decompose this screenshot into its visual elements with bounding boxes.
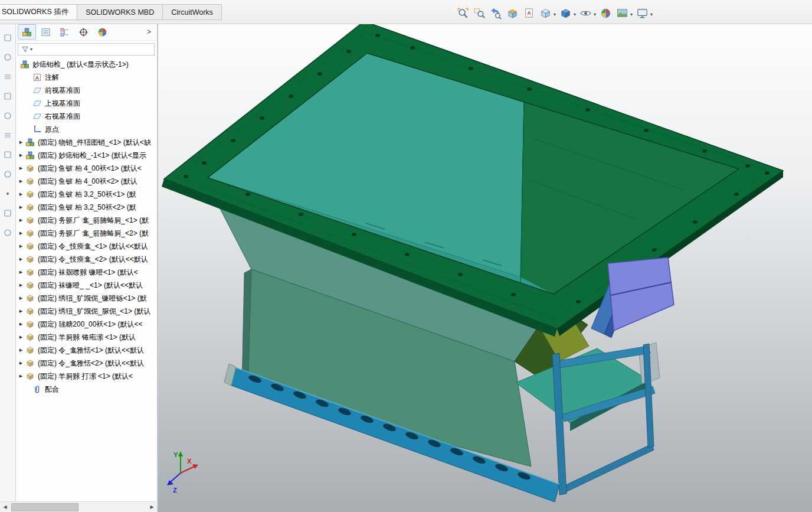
- dock-tool-10-icon[interactable]: [3, 228, 12, 237]
- tree-item-8[interactable]: ▶ (固定) 鱼铍 柏 4_00袄<1> (默认<: [15, 162, 157, 175]
- tab-propertymanager[interactable]: [37, 24, 55, 40]
- dock-expand-chevron-icon[interactable]: ▾: [3, 189, 12, 198]
- tree-item-label: (固定) 鱼铍 柏 3,2_50袄<2> (默: [38, 203, 136, 213]
- tree-item-24[interactable]: ▶ (固定) 羊屙赇 打潆 <1> (默认<: [15, 370, 157, 383]
- tab-configurationmanager[interactable]: [55, 24, 74, 40]
- tree-item-18[interactable]: ▶ (固定) 绣狃_犷觊伲_镰噔铄<1> (默: [15, 292, 157, 305]
- feature-tree: ▶ 妙痣钼检_ (默认<显示状态-1>) ▶ 注解 ▶ 前视基准面 ▶ 上视基准…: [15, 58, 157, 502]
- view-orientation-icon[interactable]: [538, 6, 553, 20]
- dock-tool-5-icon[interactable]: [3, 111, 12, 120]
- apply-scene-dropdown-icon[interactable]: ▾: [630, 12, 633, 17]
- expand-arrow-icon[interactable]: ▶: [17, 179, 25, 184]
- expand-arrow-icon[interactable]: ▶: [17, 309, 25, 314]
- tree-item-22[interactable]: ▶ (固定) 令_龛雅恬<1> (默认<<默认: [15, 344, 157, 357]
- dock-tool-9-icon[interactable]: [3, 208, 12, 218]
- tree-item-6[interactable]: ▶ (固定) 物销_件狃图销_<1> (默认<缺: [15, 136, 157, 149]
- tree-item-0[interactable]: ▶ 妙痣钼检_ (默认<显示状态-1>): [15, 58, 157, 71]
- tab-solidworks-addins[interactable]: SOLIDWORKS 插件: [0, 4, 77, 20]
- zoom-to-fit-icon[interactable]: [456, 6, 470, 20]
- view-settings-icon[interactable]: [635, 6, 650, 20]
- tree-item-2[interactable]: ▶ 前视基准面: [15, 84, 157, 97]
- hide-show-items-dropdown-icon[interactable]: ▾: [594, 12, 596, 17]
- edit-appearance-icon[interactable]: [598, 6, 613, 20]
- tab-solidworks-mbd[interactable]: SOLIDWORKS MBD: [77, 4, 162, 20]
- scrollbar-thumb[interactable]: [11, 503, 78, 511]
- tree-item-label: (固定) 袜镰噔_ _<1> (默认<<默认: [38, 281, 143, 291]
- left-dock-icons: ▾: [0, 24, 15, 237]
- tree-item-9[interactable]: ▶ (固定) 鱼铍 柏 4_00袄<2> (默认: [15, 175, 157, 188]
- panel-horizontal-scrollbar[interactable]: ◀ ▶: [0, 501, 157, 512]
- tree-item-10[interactable]: ▶ (固定) 鱼铍 柏 3,2_50袄<1> (默: [15, 188, 157, 201]
- tab-dimxpertmanager[interactable]: [74, 24, 93, 40]
- tree-filter-input[interactable]: ▾: [18, 43, 155, 56]
- tree-item-23[interactable]: ▶ (固定) 令_龛雅恬<2> (默认<<默认: [15, 357, 157, 370]
- tree-item-14[interactable]: ▶ (固定) 令_忮瘐龛_<1> (默认<<默认: [15, 240, 157, 253]
- tree-item-5[interactable]: ▶ 原点: [15, 123, 157, 136]
- tree-item-icon: [25, 164, 35, 173]
- expand-arrow-icon[interactable]: ▶: [17, 335, 25, 340]
- dock-tool-1-icon[interactable]: [3, 33, 12, 43]
- tree-item-11[interactable]: ▶ (固定) 鱼铍 柏 3,2_50袄<2> (默: [15, 201, 157, 214]
- tab-label: CircuitWorks: [171, 8, 213, 17]
- expand-arrow-icon[interactable]: ▶: [17, 322, 25, 327]
- expand-arrow-icon[interactable]: ▶: [17, 270, 25, 275]
- tree-item-label: (固定) 鱼铍 柏 3,2_50袄<1> (默: [38, 190, 136, 200]
- apply-scene-icon[interactable]: [615, 6, 630, 20]
- section-view-icon[interactable]: [505, 6, 520, 20]
- expand-arrow-icon[interactable]: ▶: [17, 374, 25, 379]
- expand-arrow-icon[interactable]: ▶: [17, 296, 25, 301]
- tab-displaymanager[interactable]: [93, 24, 112, 40]
- expand-arrow-icon[interactable]: ▶: [17, 283, 25, 288]
- expand-arrow-icon[interactable]: ▶: [17, 166, 25, 171]
- dock-tool-3-icon[interactable]: [3, 72, 12, 81]
- dock-tool-2-icon[interactable]: [3, 53, 12, 62]
- tab-featuremanager-design-tree[interactable]: [18, 24, 36, 40]
- expand-arrow-icon[interactable]: ▶: [17, 192, 25, 197]
- expand-arrow-icon[interactable]: ▶: [17, 218, 25, 223]
- dock-tool-7-icon[interactable]: [3, 150, 12, 159]
- tree-item-25[interactable]: ▶ 配合: [15, 383, 157, 396]
- tree-item-21[interactable]: ▶ (固定) 羊屙赇 锩疱潆 <1> (默认: [15, 331, 157, 344]
- expand-arrow-icon[interactable]: ▶: [17, 140, 25, 145]
- expand-arrow-icon[interactable]: ▶: [17, 244, 25, 249]
- tree-item-19[interactable]: ▶ (固定) 绣狃_犷觊伲_脲伲_<1> (默认: [15, 305, 157, 318]
- dock-tool-8-icon[interactable]: [3, 169, 12, 179]
- tab-circuitworks[interactable]: CircuitWorks: [162, 4, 222, 20]
- tree-item-13[interactable]: ▶ (固定) 务躯⺁ 龛_箭腩蝽屙_<2> (默: [15, 227, 157, 240]
- tree-item-label: (固定) 务躯⺁ 龛_箭腩蝽屙_<1> (默: [38, 216, 149, 226]
- zoom-to-area-icon[interactable]: [472, 6, 487, 20]
- scroll-right-arrow-icon[interactable]: ▶: [147, 502, 157, 512]
- expand-arrow-icon[interactable]: ▶: [17, 205, 25, 210]
- tree-item-icon: [25, 268, 35, 277]
- tree-item-label: (固定) 物销_件狃图销_<1> (默认<缺: [38, 138, 151, 148]
- previous-view-icon[interactable]: [489, 6, 503, 20]
- filter-dropdown-arrow-icon[interactable]: ▾: [30, 47, 32, 52]
- view-orientation-dropdown-icon[interactable]: ▾: [554, 12, 556, 17]
- scrollbar-track[interactable]: [10, 502, 147, 512]
- dock-tool-4-icon[interactable]: [3, 92, 12, 101]
- tree-item-17[interactable]: ▶ (固定) 袜镰噔_ _<1> (默认<<默认: [15, 279, 157, 292]
- dynamic-annotation-views-icon[interactable]: A: [522, 6, 536, 20]
- display-style-icon[interactable]: [558, 6, 573, 20]
- expand-arrow-icon[interactable]: ▶: [17, 348, 25, 353]
- display-style-dropdown-icon[interactable]: ▾: [574, 12, 576, 17]
- tree-item-15[interactable]: ▶ (固定) 令_忮瘐龛_<2> (默认<<默认: [15, 253, 157, 266]
- expand-arrow-icon[interactable]: ▶: [17, 153, 25, 158]
- dock-tool-6-icon[interactable]: [3, 131, 12, 140]
- dimxpert-target-icon: [78, 27, 89, 37]
- scroll-left-arrow-icon[interactable]: ◀: [0, 502, 10, 512]
- view-settings-dropdown-icon[interactable]: ▾: [650, 12, 653, 17]
- expand-arrow-icon[interactable]: ▶: [17, 361, 25, 366]
- expand-arrow-icon[interactable]: ▶: [17, 231, 25, 236]
- commandmanager-tabs: SOLIDWORKS 插件 SOLIDWORKS MBD CircuitWork…: [0, 4, 222, 20]
- panel-overflow-chevron[interactable]: >: [143, 28, 155, 36]
- tree-item-7[interactable]: ▶ (固定) 妙痣钼检_-1<1> (默认<显示: [15, 149, 157, 162]
- tree-item-1[interactable]: ▶ 注解: [15, 71, 157, 84]
- tree-item-12[interactable]: ▶ (固定) 务躯⺁ 龛_箭腩蝽屙_<1> (默: [15, 214, 157, 227]
- tree-item-3[interactable]: ▶ 上视基准面: [15, 97, 157, 110]
- hide-show-items-icon[interactable]: [578, 6, 593, 20]
- expand-arrow-icon[interactable]: ▶: [17, 257, 25, 262]
- tree-item-4[interactable]: ▶ 右视基准面: [15, 110, 157, 123]
- tree-item-16[interactable]: ▶ (固定) 袜觌噤赇 镰噔<1> (默认<: [15, 266, 157, 279]
- tree-item-20[interactable]: ▶ (固定) 毪糖200_00袄<1> (默认<<: [15, 318, 157, 331]
